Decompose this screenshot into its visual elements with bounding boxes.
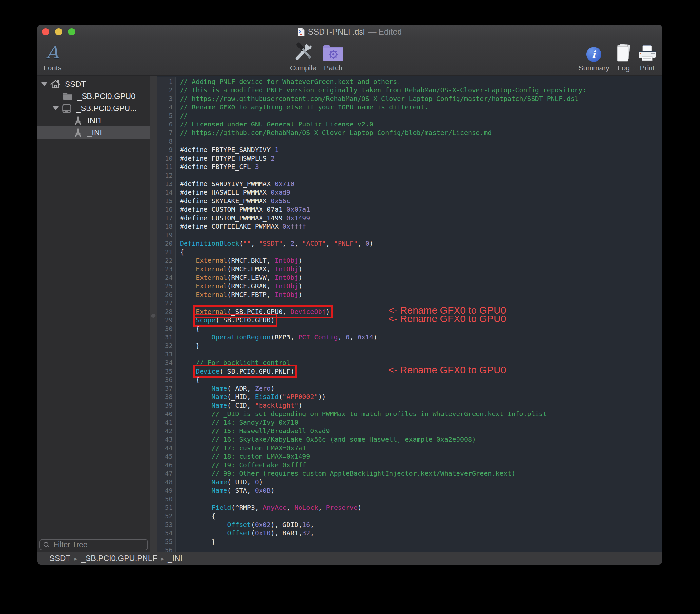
tree-item-ini1[interactable]: INI1 bbox=[37, 114, 150, 126]
line-number: 39 bbox=[157, 401, 176, 410]
code-line[interactable]: 53 Offset(0x02), GDID,16, bbox=[157, 520, 662, 529]
code-text: // 15: Haswell/Broadwell 0xad9 bbox=[176, 427, 330, 435]
code-line[interactable]: 55 } bbox=[157, 537, 662, 546]
line-number: 4 bbox=[157, 103, 176, 111]
code-line[interactable]: 16#define CUSTOM_PWMMAX_07a1 0x07a1 bbox=[157, 205, 662, 214]
code-text bbox=[176, 299, 180, 307]
line-number: 53 bbox=[157, 520, 176, 529]
toolbar-button-print[interactable]: Print bbox=[638, 41, 657, 72]
tree-item-label: _INI bbox=[88, 128, 102, 137]
line-number: 8 bbox=[157, 137, 176, 146]
line-number: 12 bbox=[157, 171, 176, 179]
code-line[interactable]: 42 // 15: Haswell/Broadwell 0xad9 bbox=[157, 427, 662, 435]
title-filename: SSDT-PNLF.dsl bbox=[308, 27, 365, 37]
code-line[interactable]: 4// Rename GFX0 to anything else if your… bbox=[157, 103, 662, 111]
code-line[interactable]: 38 Name(_HID, EisaId("APP0002")) bbox=[157, 392, 662, 401]
code-line[interactable]: 47 // 99: Other (requires custom AppleBa… bbox=[157, 469, 662, 478]
breadcrumb-item[interactable]: SSDT bbox=[49, 554, 71, 563]
code-line[interactable]: 29<- Rename GFX0 to GPU0 Scope(_SB.PCI0.… bbox=[157, 316, 662, 324]
code-line[interactable]: 22 External(RMCF.BKLT, IntObj) bbox=[157, 256, 662, 265]
code-line[interactable]: 6// Licensed under GNU General Public Li… bbox=[157, 120, 662, 128]
code-line[interactable]: 54 Offset(0x10), BAR1,32, bbox=[157, 529, 662, 537]
code-line[interactable]: 8 bbox=[157, 137, 662, 146]
code-line[interactable]: 46 // 19: CoffeeLake 0xffff bbox=[157, 461, 662, 469]
code-line[interactable]: 15#define SKYLAKE_PWMMAX 0x56c bbox=[157, 197, 662, 205]
code-line[interactable]: 56 bbox=[157, 546, 662, 552]
toolbar-button-patch[interactable]: Patch bbox=[323, 41, 344, 72]
code-line[interactable]: 20DefinitionBlock("", "SSDT", 2, "ACDT",… bbox=[157, 239, 662, 248]
toolbar-button-log[interactable]: Log bbox=[615, 41, 632, 72]
line-number: 16 bbox=[157, 205, 176, 214]
code-text: // https://github.com/RehabMan/OS-X-Clov… bbox=[176, 128, 491, 137]
code-text: #define CUSTOM_PWMMAX_07a1 0x07a1 bbox=[176, 205, 310, 214]
code-line[interactable]: 1// Adding PNLF device for WhateverGreen… bbox=[157, 77, 662, 86]
toolbar-button-summary[interactable]: i Summary bbox=[578, 41, 609, 72]
code-line[interactable]: 5// bbox=[157, 111, 662, 120]
code-line[interactable]: 32 } bbox=[157, 341, 662, 350]
code-line[interactable]: 14#define HASWELL_PWMMAX 0xad9 bbox=[157, 188, 662, 197]
code-text: Name(_ADR, Zero) bbox=[176, 384, 275, 392]
code-line[interactable]: 7// https://github.com/RehabMan/OS-X-Clo… bbox=[157, 128, 662, 137]
toolbar-label-fonts: Fonts bbox=[43, 64, 61, 72]
code-line[interactable]: 30 { bbox=[157, 324, 662, 333]
code-line[interactable]: 50 bbox=[157, 495, 662, 503]
code-line[interactable]: 45 // 18: custom LMAX=0x1499 bbox=[157, 452, 662, 461]
toolbar-label-log: Log bbox=[615, 64, 632, 72]
code-line[interactable]: 23 External(RMCF.LMAX, IntObj) bbox=[157, 265, 662, 273]
code-line[interactable]: 31 OperationRegion(RMP3, PCI_Config, 0, … bbox=[157, 333, 662, 341]
code-line[interactable]: 26 External(RMCF.FBTP, IntObj) bbox=[157, 290, 662, 299]
window-title: SSDT-PNLF.dsl — Edited bbox=[37, 25, 662, 39]
code-line[interactable]: 10#define FBTYPE_HSWPLUS 2 bbox=[157, 154, 662, 163]
code-line[interactable]: 13#define SANDYIVY_PWMMAX 0x710 bbox=[157, 179, 662, 188]
code-editor[interactable]: 1// Adding PNLF device for WhateverGreen… bbox=[157, 76, 662, 552]
code-text: // 18: custom LMAX=0x1499 bbox=[176, 452, 310, 461]
line-number: 31 bbox=[157, 333, 176, 341]
tree-item-ssdt[interactable]: SSDT bbox=[37, 78, 150, 90]
code-text: Name(_STA, 0x0B) bbox=[176, 486, 275, 495]
code-text: Name(_UID, 0) bbox=[176, 478, 263, 486]
code-line[interactable]: 3// https://raw.githubusercontent.com/Re… bbox=[157, 95, 662, 103]
breadcrumb-item[interactable]: _SB.PCI0.GPU.PNLF bbox=[81, 554, 157, 563]
tree-item-sbpci0gpu[interactable]: _SB.PCI0.GPU... bbox=[37, 102, 150, 114]
tree-item-ini[interactable]: _INI bbox=[37, 126, 150, 139]
code-text: // 14: Sandy/Ivy 0x710 bbox=[176, 418, 298, 427]
split-divider[interactable] bbox=[150, 76, 157, 552]
code-line[interactable]: 21{ bbox=[157, 248, 662, 256]
code-line[interactable]: 43 // 16: Skylake/KabyLake 0x56c (and so… bbox=[157, 435, 662, 443]
code-line[interactable]: 9#define FBTYPE_SANDYIVY 1 bbox=[157, 146, 662, 154]
split-handle-dot[interactable] bbox=[151, 314, 156, 318]
disclosure-triangle-icon[interactable] bbox=[53, 106, 59, 110]
code-line[interactable]: 35<- Rename GFX0 to GPU0 Device(_SB.PCI0… bbox=[157, 367, 662, 375]
filter-area bbox=[37, 537, 150, 552]
disclosure-triangle-icon[interactable] bbox=[41, 82, 47, 86]
breadcrumb-item[interactable]: _INI bbox=[168, 554, 182, 563]
code-line[interactable]: 49 Name(_STA, 0x0B) bbox=[157, 486, 662, 495]
filter-tree-field[interactable] bbox=[39, 539, 148, 550]
code-text: External(_SB.PCI0.GPU0, DeviceObj) bbox=[176, 307, 330, 316]
code-line[interactable]: 44 // 17: custom LMAX=0x7a1 bbox=[157, 443, 662, 452]
toolbar-button-compile[interactable]: Compile bbox=[290, 41, 316, 72]
code-line[interactable]: 36 { bbox=[157, 375, 662, 384]
ssdt-tree: SSDT_SB.PCI0.GPU0_SB.PCI0.GPU...INI1_INI bbox=[37, 76, 150, 139]
code-line[interactable]: 33 bbox=[157, 350, 662, 359]
code-line[interactable]: 39 Name(_CID, "backlight") bbox=[157, 401, 662, 410]
filter-tree-input[interactable] bbox=[53, 540, 142, 550]
code-line[interactable]: 51 Field(^RMP3, AnyAcc, NoLock, Preserve… bbox=[157, 503, 662, 512]
code-line[interactable]: 37 Name(_ADR, Zero) bbox=[157, 384, 662, 392]
code-line[interactable]: 17#define CUSTOM_PWMMAX_1499 0x1499 bbox=[157, 214, 662, 222]
code-line[interactable]: 41 // 14: Sandy/Ivy 0x710 bbox=[157, 418, 662, 427]
code-line[interactable]: 2// This is a modified PNLF version orig… bbox=[157, 86, 662, 95]
code-line[interactable]: 18#define COFFEELAKE_PWMMAX 0xffff bbox=[157, 222, 662, 231]
code-line[interactable]: 12 bbox=[157, 171, 662, 179]
code-line[interactable]: 11#define FBTYPE_CFL 3 bbox=[157, 163, 662, 171]
code-line[interactable]: 25 External(RMCF.GRAN, IntObj) bbox=[157, 282, 662, 290]
code-line[interactable]: 40 // _UID is set depending on PWMMax to… bbox=[157, 410, 662, 418]
code-text bbox=[176, 495, 180, 503]
code-line[interactable]: 19 bbox=[157, 231, 662, 239]
code-line[interactable]: 52 { bbox=[157, 512, 662, 520]
toolbar-button-fonts[interactable]: A Fonts bbox=[43, 41, 61, 72]
code-line[interactable]: 48 Name(_UID, 0) bbox=[157, 478, 662, 486]
titlebar[interactable]: SSDT-PNLF.dsl — Edited bbox=[37, 25, 662, 39]
code-line[interactable]: 24 External(RMCF.LEVW, IntObj) bbox=[157, 273, 662, 282]
tree-item-sbpci0gpu0[interactable]: _SB.PCI0.GPU0 bbox=[37, 90, 150, 102]
